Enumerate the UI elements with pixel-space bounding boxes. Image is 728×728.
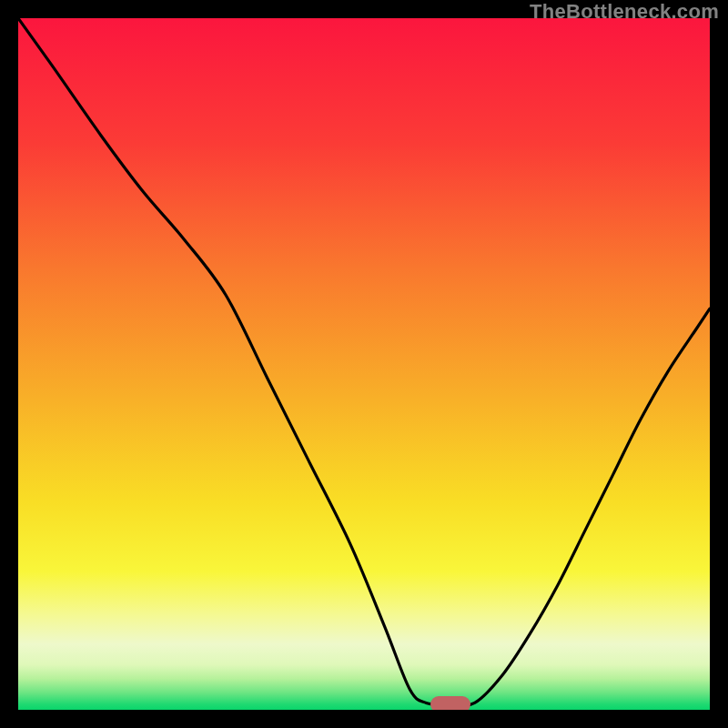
watermark-text: TheBottleneck.com: [530, 0, 719, 24]
bottleneck-curve: [18, 18, 710, 710]
plot-area: [18, 18, 710, 710]
chart-frame: TheBottleneck.com: [0, 0, 728, 728]
optimal-point-marker: [430, 696, 470, 710]
